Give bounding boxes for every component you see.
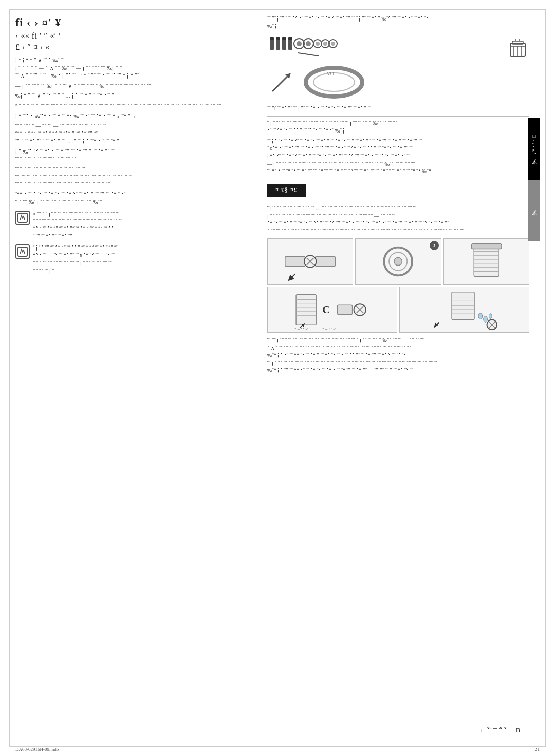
page-border bbox=[9, 9, 546, 747]
footer-page: 21 bbox=[535, 747, 540, 752]
footer: DA68-02916H-09.indb 21 bbox=[15, 744, 540, 752]
footer-filename: DA68-02916H-09.indb bbox=[15, 747, 59, 752]
